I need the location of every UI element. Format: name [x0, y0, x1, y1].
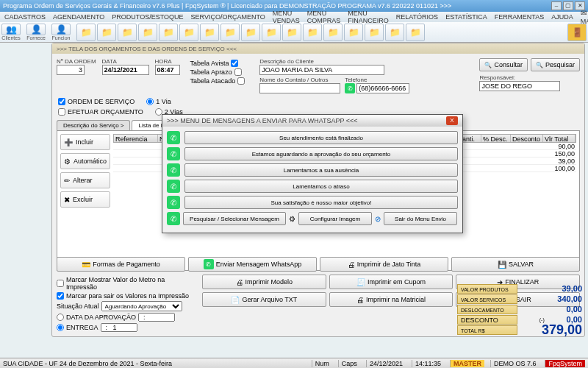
whatsapp-icon: ✆ [167, 180, 180, 193]
total-final-value: 379,00 [542, 322, 582, 338]
menu-compras[interactable]: MENU COMPRAS [307, 10, 341, 24]
telefone-input[interactable] [356, 83, 409, 93]
situacao-label: Situação Atual [57, 302, 99, 310]
msg-option-2[interactable]: Estamos aguardando a aprovação do seu or… [184, 147, 458, 160]
total-produtos-value: 39,00 [562, 284, 582, 293]
tool-generic[interactable]: 📁 [406, 24, 425, 41]
pesquisar-button[interactable]: 🔍 Pesquisar [531, 58, 580, 71]
ordem-servico-label: ORDEM DE SERVIÇO [68, 98, 135, 105]
tool-generic[interactable]: 📁 [282, 24, 301, 41]
whatsapp-icon[interactable]: ✆ [345, 83, 355, 93]
tool-generic[interactable]: 📁 [76, 24, 96, 41]
maximize-button[interactable]: ▢ [563, 1, 573, 10]
gerar-txt-button[interactable]: 📄Gerar Arquivo TXT [202, 292, 326, 307]
menu-estatistica[interactable]: ESTATÍSTICA [445, 13, 487, 21]
email-icon[interactable]: ✉ E-MAIL [581, 9, 588, 25]
tabela-avista-check[interactable] [231, 60, 238, 67]
menu-relatorios[interactable]: RELATÓRIOS [396, 13, 438, 21]
entrega-radio[interactable] [57, 324, 64, 331]
data-input[interactable] [102, 65, 149, 75]
tool-generic[interactable]: 📁 [138, 24, 157, 41]
menu-produtos[interactable]: PRODUTOS/ESTOQUE [112, 13, 183, 21]
menu-cadastros[interactable]: CADASTROS [4, 13, 46, 21]
tool-generic[interactable]: 📁 [97, 24, 116, 41]
aprovacao-radio[interactable] [57, 314, 64, 321]
pesquisar-msg-button[interactable]: Pesquisar / Selecionar Mensagem [183, 212, 286, 225]
enviar-whatsapp-button[interactable]: ✆Enviar Mensagem WhatsApp [188, 257, 317, 272]
excluir-button[interactable]: ✖Excluir [60, 191, 110, 208]
tool-generic[interactable]: 📁 [365, 24, 384, 41]
orcamento-check[interactable] [58, 108, 65, 116]
modal-close-button[interactable]: X [446, 116, 458, 125]
menu-servico[interactable]: SERVIÇO/ORÇAMENTO [191, 13, 265, 21]
cliente-input[interactable] [259, 65, 384, 75]
sair-menu-button[interactable]: Sair do Menu Envio [384, 212, 457, 225]
via1-radio[interactable] [146, 98, 154, 105]
ordem-label: Nº DA ORDEM [57, 58, 96, 65]
status-demo: DEMO OS 7.6 [490, 360, 539, 367]
tool-generic[interactable]: 📁 [179, 24, 198, 41]
formas-pagamento-button[interactable]: 💳Formas de Pagamento [57, 257, 185, 272]
contato-input[interactable] [259, 83, 340, 93]
imprimir-cupom-button[interactable]: 🧾Imprimir em Cupom [329, 275, 453, 289]
msg-option-3[interactable]: Lamentamos a sua ausência [184, 163, 458, 177]
configurar-imagem-button[interactable]: Configurar Imagem [298, 212, 372, 225]
total-desloc-label: DESLOCAMENTO [457, 305, 517, 314]
status-date: 24/12/2021 [366, 360, 406, 367]
aprovacao-input[interactable] [138, 313, 175, 322]
tabela-aprazo-check[interactable] [234, 68, 242, 76]
msg-option-4[interactable]: Lamentamos o atraso [184, 180, 458, 193]
whatsapp-icon: ✆ [167, 147, 180, 160]
situacao-select[interactable]: Aguardando Aprovação [101, 301, 182, 311]
tabela-atacado-check[interactable] [237, 77, 245, 85]
tool-generic[interactable]: 📁 [385, 24, 404, 41]
tool-generic[interactable]: 📁 [323, 24, 343, 41]
mostrar-metro-check[interactable] [57, 280, 64, 287]
tool-generic[interactable]: 📁 [118, 24, 137, 41]
mostrar-metro-label: Marcar Mostrar Valor do Metro na Impress… [66, 276, 196, 291]
imprimir-modelo-button[interactable]: 🖨Imprimir Modelo [202, 275, 326, 289]
hora-input[interactable] [155, 65, 180, 75]
responsavel-input[interactable] [479, 81, 560, 91]
entrega-input[interactable] [101, 323, 137, 332]
tool-generic[interactable]: 📁 [241, 24, 260, 41]
tool-generic[interactable]: 📁 [262, 24, 281, 41]
contato-label: Nome do Contato / Outros [259, 77, 340, 83]
menu-ajuda[interactable]: AJUDA [551, 13, 573, 21]
imprimir-matricial-button[interactable]: 🖨Imprimir na Matricial [329, 292, 453, 307]
tool-generic[interactable]: 📁 [159, 24, 178, 41]
ordem-servico-check[interactable] [58, 98, 65, 105]
sair-valores-check[interactable] [57, 292, 64, 300]
aprovacao-label: DATA DA APROVAÇÃO [66, 314, 136, 321]
tool-exit[interactable]: 🚪 [567, 24, 587, 41]
cliente-label: Descrição do Cliente [259, 58, 473, 65]
imprimir-jato-button[interactable]: 🖨Imprimir de Jato Tinta [320, 257, 448, 272]
minimize-button[interactable]: – [551, 1, 562, 10]
alterar-button[interactable]: ✏Alterar [60, 172, 110, 188]
automatico-button[interactable]: ⚙Automático [60, 153, 110, 169]
tab-descricao[interactable]: Descrição do Serviço > [57, 120, 130, 130]
menu-ferramentas[interactable]: FERRAMENTAS [495, 13, 544, 21]
data-label: DATA [102, 58, 149, 65]
msg-option-5[interactable]: Sua satisfação é nosso maior objetivo! [184, 196, 458, 209]
whatsapp-icon: ✆ [167, 131, 180, 144]
total-desloc-value: 0,00 [567, 305, 582, 314]
incluir-button[interactable]: ➕Incluir [60, 134, 110, 150]
panel-title: >>> TELA DOS ORÇAMENTOS E DAS ORDENS DE … [52, 43, 584, 54]
menu-financeiro[interactable]: MENU FINANCEIRO [348, 10, 389, 24]
tool-funcion[interactable]: 👤Funcion [51, 24, 71, 40]
tool-clientes[interactable]: 👥Clientes [1, 24, 21, 40]
tool-generic[interactable]: 📁 [200, 24, 219, 41]
msg-option-1[interactable]: Seu atendimento está finalizado [184, 131, 458, 144]
total-final-label: TOTAL R$ [457, 325, 517, 335]
tool-fornece[interactable]: 👤Fornece [26, 24, 46, 40]
tool-generic[interactable]: 📁 [220, 24, 240, 41]
menu-vendas[interactable]: MENU VENDAS [273, 10, 300, 24]
tool-generic[interactable]: 📁 [303, 24, 322, 41]
menu-agendamento[interactable]: AGENDAMENTO [53, 13, 104, 21]
whatsapp-icon: ✆ [167, 196, 180, 209]
salvar-button[interactable]: 💾SALVAR [451, 257, 580, 272]
ordem-input[interactable] [57, 65, 85, 75]
tool-generic[interactable]: 📁 [344, 24, 363, 41]
consultar-button[interactable]: 🔍 Consultar [479, 58, 528, 71]
